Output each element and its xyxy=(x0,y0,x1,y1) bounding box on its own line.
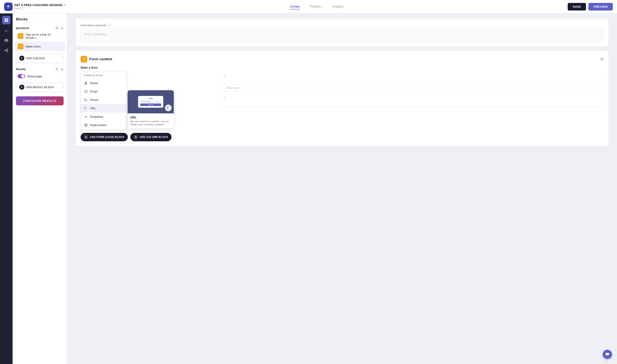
form-block-name[interactable]: Name xyxy=(81,79,127,87)
url-tooltip-description: Ask your leads for a website - such as "… xyxy=(130,120,171,126)
icon-bar-style[interactable] xyxy=(2,26,11,34)
preview-button[interactable]: PREVIEW xyxy=(589,3,613,11)
url-tooltip-preview: Form Your full name Website xyxy=(128,90,174,113)
phone-label: Phone xyxy=(90,98,98,102)
tab-analyze[interactable]: Analyze xyxy=(333,4,344,10)
description-info-icon[interactable]: i xyxy=(108,24,111,27)
main-content: Description (optional) i Write something… xyxy=(67,13,617,364)
form-content-title: ⚡ Form content xyxy=(81,56,112,63)
form-content-gear[interactable]: ⚙ xyxy=(600,57,604,62)
dropdown-icon: ▾ xyxy=(84,115,88,119)
make-form-label: Make a form xyxy=(81,66,604,69)
q2-label: Make a form xyxy=(26,45,57,48)
url-icon xyxy=(84,106,88,110)
questions-label: Questions xyxy=(16,26,29,30)
info-icon[interactable]: i xyxy=(21,7,24,10)
sidebar-item-q2[interactable]: ⚡ Make a form ··· xyxy=(14,42,65,51)
edit-icon-2[interactable]: ✏ xyxy=(223,96,226,100)
form-row-2 xyxy=(223,106,604,111)
icon-bar-blocks[interactable] xyxy=(2,16,11,24)
svg-rect-0 xyxy=(5,18,6,20)
results-count: 1 xyxy=(55,68,59,71)
dropdown-label: Dropdown xyxy=(90,115,103,118)
more-icon-2[interactable]: ··· xyxy=(601,96,604,100)
save-button[interactable]: SAVE xyxy=(568,3,586,11)
plus-circle-icon: + xyxy=(19,56,24,61)
app-subtitle: Form xyxy=(14,7,20,10)
form-content-header: ⚡ Form content ⚙ xyxy=(81,56,604,63)
name-label: Name xyxy=(90,81,98,85)
description-card: Description (optional) i Write something… xyxy=(76,18,609,47)
q1-icon: ⚡ xyxy=(18,33,24,39)
questions-count: 2 xyxy=(55,26,59,29)
form-block-email[interactable]: Email xyxy=(81,87,127,96)
icon-bar-share[interactable] xyxy=(2,46,11,55)
sidebar-item-q1[interactable]: ⚡ Sign up for a free 15-minute c... ··· xyxy=(14,31,65,41)
chat-bubble[interactable] xyxy=(603,350,612,359)
svg-rect-2 xyxy=(5,20,6,22)
description-input[interactable]: Write something ... xyxy=(81,29,604,41)
add-block-label: ADD A BLOCK xyxy=(26,57,45,60)
add-result-label: ADD RESULT BLOCK xyxy=(26,86,54,89)
results-label: Results xyxy=(16,68,26,71)
preview-name-field: Your full name xyxy=(140,100,161,103)
q1-more[interactable]: ··· xyxy=(59,34,62,38)
icon-bar xyxy=(0,13,13,364)
description-label: Description (optional) i xyxy=(81,24,604,27)
form-row-actions-1: ✏ ··· xyxy=(223,72,604,79)
sidebar-item-result-page[interactable]: Result page ··· xyxy=(14,72,65,80)
add-form-lead-block-button[interactable]: + ADD FORM (LEAD) BLOCK xyxy=(81,133,128,141)
url-tooltip-body: URL Ask your leads for a website - such … xyxy=(128,113,174,129)
form-row-actions-2: ✏ ··· xyxy=(223,94,604,101)
edit-title-icon[interactable]: ✏ xyxy=(64,3,66,7)
icon-bar-settings[interactable] xyxy=(2,36,11,44)
form-block-url[interactable]: URL xyxy=(81,104,127,113)
preview-website-field: Website xyxy=(140,104,161,106)
name-icon xyxy=(84,81,88,85)
form-blocks-title: FORM BLOCKS xyxy=(81,72,127,79)
app-title-block: GET A FREE COACHING SESSION ✏ Form i xyxy=(14,3,66,10)
form-block-dropdown[interactable]: ▾ Dropdown xyxy=(81,113,127,121)
questions-section-header: Questions 2 ▲ xyxy=(13,24,67,31)
questions-toggle[interactable]: ▲ xyxy=(61,26,64,30)
publish-dot xyxy=(321,6,322,7)
url-label: URL xyxy=(90,107,96,110)
result-page-icon xyxy=(18,74,25,78)
form-block-phone[interactable]: Phone xyxy=(81,96,127,104)
form-block-radio[interactable]: Radio button xyxy=(81,121,127,129)
form-preview: Form Your full name Website xyxy=(138,96,163,108)
form-fields-area: ✏ ··· Your name ✏ ··· xyxy=(223,72,604,130)
form-blocks-list: FORM BLOCKS Name Email xyxy=(81,72,127,130)
topnav-actions: SAVE PREVIEW xyxy=(568,3,613,11)
radio-label: Radio button xyxy=(90,123,107,127)
add-block-button[interactable]: + ADD A BLOCK xyxy=(16,53,64,63)
more-icon-1[interactable]: ··· xyxy=(601,74,604,77)
svg-point-5 xyxy=(85,125,87,126)
form-content-icon: ⚡ xyxy=(81,56,87,63)
nav-tabs: Create Publish Analyze xyxy=(69,4,564,10)
topnav: GET A FREE COACHING SESSION ✏ Form i Cre… xyxy=(0,0,617,13)
add-column-block-button[interactable]: + ADD COLUMN BLOCK xyxy=(130,133,171,141)
q2-more[interactable]: ··· xyxy=(59,44,62,48)
results-toggle[interactable]: ▲ xyxy=(61,67,64,71)
plus-sm-icon-2: + xyxy=(134,135,138,139)
configure-results-button[interactable]: CONFIGURE RESULTS xyxy=(16,96,64,105)
form-row-1: Your name xyxy=(223,84,604,92)
tab-publish[interactable]: Publish xyxy=(310,4,322,10)
form-blocks-container: FORM BLOCKS Name Email xyxy=(81,72,604,130)
main-layout: Blocks Questions 2 ▲ ⚡ Sign up for a fre… xyxy=(0,13,617,364)
email-label: Email xyxy=(90,90,97,93)
form-bottom-buttons: + ADD FORM (LEAD) BLOCK + ADD COLUMN BLO… xyxy=(81,133,604,141)
result-page-more[interactable]: ··· xyxy=(59,74,62,78)
add-result-block-button[interactable]: + ADD RESULT BLOCK xyxy=(16,82,64,92)
app-title: GET A FREE COACHING SESSION xyxy=(14,3,62,7)
form-row-1-placeholder: Your name xyxy=(226,86,239,90)
url-tooltip: Form Your full name Website xyxy=(128,90,174,129)
tab-create[interactable]: Create xyxy=(290,4,300,10)
edit-icon-1[interactable]: ✏ xyxy=(223,74,226,77)
plus-circle-result-icon: + xyxy=(19,85,24,90)
result-page-label: Result page xyxy=(27,75,57,78)
email-icon xyxy=(84,90,88,94)
svg-rect-1 xyxy=(7,18,8,20)
url-tooltip-title: URL xyxy=(130,116,171,119)
